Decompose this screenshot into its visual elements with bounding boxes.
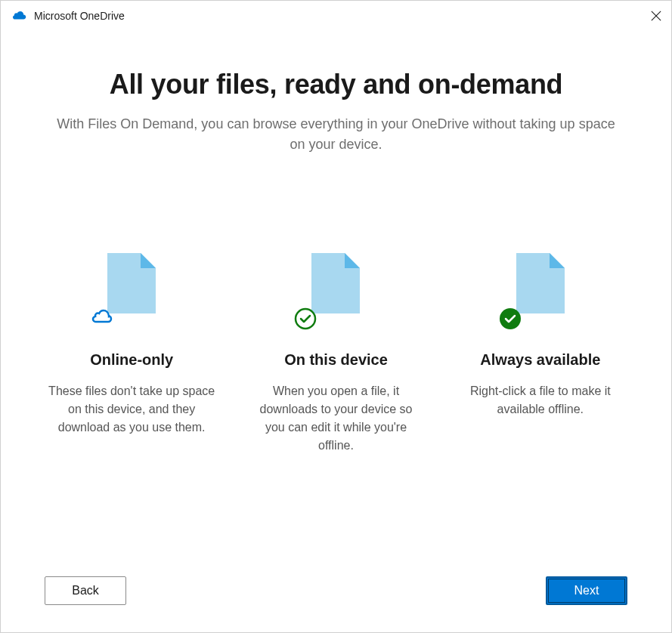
window-title: Microsoft OneDrive — [34, 10, 125, 22]
close-icon — [651, 11, 661, 21]
close-button[interactable] — [649, 8, 664, 23]
page-subtitle: With Files On Demand, you can browse eve… — [49, 114, 624, 155]
back-button[interactable]: Back — [45, 576, 126, 605]
onedrive-setup-window: Microsoft OneDrive All your files, ready… — [0, 0, 672, 633]
column-title: Online-only — [90, 351, 173, 369]
column-description: When you open a file, it downloads to yo… — [249, 382, 423, 455]
file-icon-on-device — [305, 253, 366, 329]
column-title: Always available — [480, 351, 600, 369]
footer: Back Next — [1, 549, 671, 632]
file-icon-online-only — [101, 253, 162, 329]
column-always-available: Always available Right-click a file to m… — [446, 253, 635, 455]
column-description: Right-click a file to make it available … — [454, 382, 627, 418]
cloud-outline-icon — [90, 307, 113, 330]
content-area: All your files, ready and on-demand With… — [1, 31, 671, 549]
check-filled-icon — [499, 307, 522, 330]
column-on-device: On this device When you open a file, it … — [241, 253, 430, 455]
svg-point-3 — [500, 308, 521, 329]
column-description: These files don't take up space on this … — [45, 382, 218, 437]
page-title: All your files, ready and on-demand — [37, 69, 635, 100]
check-outline-icon — [294, 307, 317, 330]
svg-point-2 — [296, 309, 315, 329]
column-online-only: Online-only These files don't take up sp… — [37, 253, 226, 455]
next-button[interactable]: Next — [546, 576, 627, 605]
feature-columns: Online-only These files don't take up sp… — [37, 253, 635, 455]
titlebar: Microsoft OneDrive — [1, 1, 671, 31]
column-title: On this device — [284, 351, 388, 369]
file-icon-always-available — [510, 253, 571, 329]
onedrive-cloud-icon — [13, 9, 26, 23]
